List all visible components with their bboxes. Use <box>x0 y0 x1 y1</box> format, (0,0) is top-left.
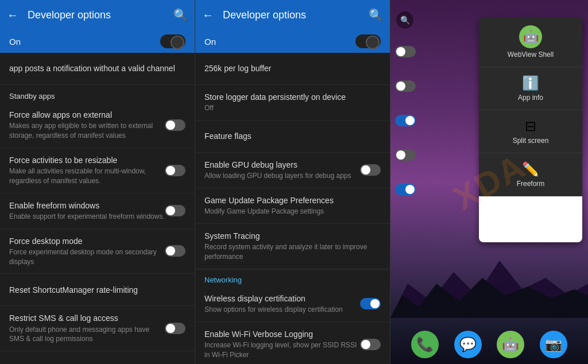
wifi-verbose-toggle[interactable] <box>360 339 381 350</box>
left-settings-list: app posts a notification without a valid… <box>0 53 195 364</box>
middle-panel: ← Developer options 🔍 On 256k per log bu… <box>195 0 390 364</box>
dock-camera-icon[interactable]: 📷 <box>540 331 567 358</box>
desktop-mode-toggle[interactable] <box>165 245 185 257</box>
left-on-bar: On <box>0 30 195 53</box>
wireless-display-toggle[interactable] <box>360 298 381 309</box>
dock-messages-icon[interactable]: 💬 <box>454 331 482 358</box>
middle-search-icon[interactable]: 🔍 <box>369 8 383 22</box>
setting-desc: Record system activity and analyze it la… <box>204 242 381 262</box>
android-dock-icon: 🤖 <box>502 336 519 353</box>
list-item: 256k per log buffer <box>195 53 390 85</box>
setting-title: app posts a notification without a valid… <box>9 63 185 73</box>
setting-title: Enable GPU debug layers <box>204 160 360 170</box>
home-screen: 🔍 🤖 WebView Shell ℹ️ App info ⊟ <box>390 0 588 364</box>
middle-on-toggle[interactable] <box>355 34 381 48</box>
right-toggle-list <box>395 46 416 195</box>
setting-title: Force activities to be resizable <box>9 155 165 165</box>
left-back-button[interactable]: ← <box>7 9 18 22</box>
setting-title: Force allow apps on external <box>9 110 165 120</box>
context-menu-item-freeform[interactable]: ✏️ Freeform <box>479 153 582 196</box>
context-menu-item-webview[interactable]: 🤖 WebView Shell <box>479 17 582 67</box>
section-standby-apps: Standby apps <box>0 85 195 103</box>
dock-phone-icon[interactable]: 📞 <box>411 331 439 358</box>
list-item[interactable]: Game Update Package Preferences Modify G… <box>195 188 390 224</box>
middle-settings-list: 256k per log buffer Store logger data pe… <box>195 53 390 364</box>
context-menu-item-appinfo[interactable]: ℹ️ App info <box>479 67 582 110</box>
left-header: ← Developer options 🔍 <box>0 0 195 30</box>
setting-title: Enable Wi-Fi Verbose Logging <box>204 329 360 339</box>
dock: 📞 💬 🤖 📷 <box>390 331 588 358</box>
list-item[interactable]: Reset ShortcutManager rate-limiting <box>0 274 195 306</box>
camera-icon: 📷 <box>545 336 562 353</box>
dock-android-icon[interactable]: 🤖 <box>497 331 524 358</box>
setting-desc: Only default phone and messaging apps ha… <box>9 325 165 344</box>
right-panel: 🔍 🤖 WebView Shell ℹ️ App info ⊟ <box>390 0 588 364</box>
appinfo-label: App info <box>518 94 543 102</box>
middle-on-bar: On <box>195 30 390 53</box>
left-panel: ← Developer options 🔍 On app posts a not… <box>0 0 195 364</box>
list-item[interactable]: Force desktop mode Force experimental de… <box>0 229 195 274</box>
setting-desc: Show options for wireless display certif… <box>204 305 360 315</box>
list-item[interactable]: Wireless display certification Show opti… <box>195 286 390 322</box>
splitscreen-label: Split screen <box>513 137 549 145</box>
setting-title: Restrict SMS & call log access <box>9 313 165 323</box>
force-allow-toggle[interactable] <box>165 119 185 131</box>
list-item[interactable]: Store logger data persistently on device… <box>195 85 390 121</box>
webview-label: WebView Shell <box>508 51 554 59</box>
middle-header: ← Developer options 🔍 <box>195 0 390 30</box>
right-toggle-5[interactable] <box>395 184 416 195</box>
right-toggle-2[interactable] <box>395 80 416 92</box>
list-item[interactable]: Force activities to be resizable Make al… <box>0 148 195 193</box>
right-toggle-4[interactable] <box>395 149 416 161</box>
store-logger-desc: Off <box>204 103 381 113</box>
webview-app-icon: 🤖 <box>519 25 542 48</box>
setting-desc: Force experimental desktop mode on secon… <box>9 247 165 267</box>
info-icon: ℹ️ <box>522 75 539 91</box>
setting-desc: Allow loading GPU debug layers for debug… <box>204 171 360 181</box>
middle-back-button[interactable]: ← <box>202 9 214 22</box>
setting-desc: Increase Wi-Fi logging level, show per S… <box>204 340 360 360</box>
gpu-debug-toggle[interactable] <box>360 164 381 176</box>
list-item[interactable]: Feature flags <box>195 121 390 153</box>
android-icon: 🤖 <box>523 29 539 44</box>
setting-desc: Modify Game Update Package settings <box>204 207 381 216</box>
setting-desc: Enable support for experimental freeform… <box>9 212 165 222</box>
list-item[interactable]: Enable Wi-Fi Verbose Logging Increase Wi… <box>195 322 390 364</box>
setting-title: 256k per log buffer <box>204 63 381 73</box>
setting-title: Enable freeform windows <box>9 200 165 211</box>
sms-restrict-toggle[interactable] <box>165 323 185 334</box>
left-title: Developer options <box>28 9 173 21</box>
setting-title: System Tracing <box>204 231 381 241</box>
list-item: app posts a notification without a valid… <box>0 53 195 85</box>
right-toggle-3[interactable] <box>395 115 416 126</box>
setting-desc: Makes any app eligible to be written to … <box>9 121 165 141</box>
search-magnifier-icon: 🔍 <box>400 16 410 25</box>
left-on-label: On <box>9 37 160 47</box>
list-item[interactable]: Force allow apps on external Makes any a… <box>0 103 195 148</box>
mountains-decoration <box>390 249 588 318</box>
messages-icon: 💬 <box>459 336 477 353</box>
setting-desc: Make all activities resizable for multi-… <box>9 166 165 186</box>
left-search-icon[interactable]: 🔍 <box>173 8 188 22</box>
right-toggle-1[interactable] <box>395 46 416 57</box>
force-resizable-toggle[interactable] <box>165 165 185 176</box>
phone-icon: 📞 <box>416 336 434 353</box>
setting-title: Wireless display certification <box>204 293 360 304</box>
list-item[interactable]: Enable GPU debug layers Allow loading GP… <box>195 153 390 188</box>
right-search-icon[interactable]: 🔍 <box>396 11 413 29</box>
freeform-toggle[interactable] <box>165 205 185 216</box>
split-screen-icon: ⊟ <box>525 118 536 134</box>
freeform-icon: ✏️ <box>522 161 539 177</box>
list-item[interactable]: Restrict SMS & call log access Only defa… <box>0 306 195 351</box>
store-logger-title: Store logger data persistently on device <box>204 92 381 102</box>
context-menu: 🤖 WebView Shell ℹ️ App info ⊟ Split scre… <box>479 17 582 242</box>
setting-title: Force desktop mode <box>9 236 165 246</box>
setting-title: Game Update Package Preferences <box>204 195 381 206</box>
middle-on-label: On <box>204 37 355 47</box>
setting-title: Reset ShortcutManager rate-limiting <box>9 285 185 295</box>
list-item[interactable]: System Tracing Record system activity an… <box>195 224 390 269</box>
list-item[interactable]: Enable freeform windows Enable support f… <box>0 193 195 229</box>
context-menu-item-splitscreen[interactable]: ⊟ Split screen <box>479 110 582 153</box>
middle-title: Developer options <box>223 9 369 21</box>
left-on-toggle[interactable] <box>160 34 185 48</box>
